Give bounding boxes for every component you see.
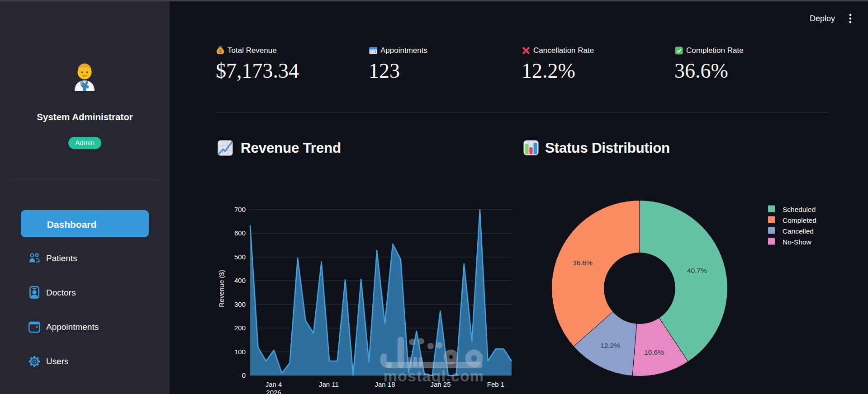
svg-text:300: 300	[234, 300, 246, 308]
svg-text:Cancelled: Cancelled	[783, 227, 814, 235]
svg-text:40.7%: 40.7%	[687, 267, 707, 274]
svg-text:500: 500	[234, 253, 246, 261]
svg-text:Completed: Completed	[783, 216, 816, 224]
svg-text:600: 600	[234, 229, 246, 237]
svg-text:400: 400	[234, 277, 246, 284]
svg-text:12.2%: 12.2%	[600, 342, 620, 349]
svg-text:Jan 4: Jan 4	[266, 380, 282, 388]
svg-text:200: 200	[234, 324, 246, 332]
svg-text:0: 0	[242, 371, 246, 379]
svg-text:700: 700	[234, 206, 246, 213]
svg-text:10.6%: 10.6%	[644, 348, 664, 356]
svg-text:Jan 11: Jan 11	[319, 380, 339, 388]
svg-text:mostaql.com: mostaql.com	[384, 367, 484, 385]
svg-text:Scheduled: Scheduled	[783, 206, 816, 213]
svg-text:36.6%: 36.6%	[573, 259, 593, 267]
svg-text:2026: 2026	[266, 389, 281, 394]
svg-text:No-Show: No-Show	[783, 238, 812, 246]
svg-text:100: 100	[234, 348, 246, 356]
